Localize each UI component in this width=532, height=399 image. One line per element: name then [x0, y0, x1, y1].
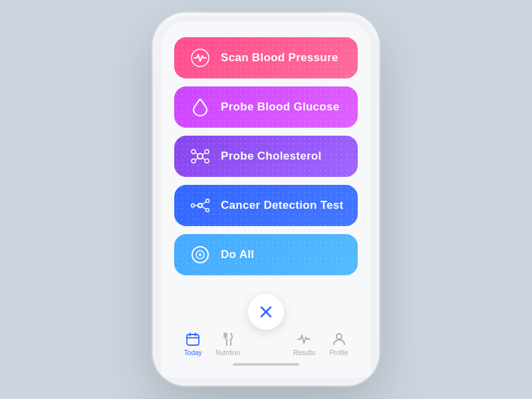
- nav-today-label: Today: [184, 349, 202, 356]
- svg-line-7: [202, 153, 205, 155]
- nav-profile[interactable]: Profile: [323, 331, 356, 356]
- nav-results[interactable]: Results: [287, 331, 321, 356]
- calendar-icon: [185, 331, 201, 347]
- phone-screen: Scan Blood Pressure Probe Blood Glucose: [161, 21, 371, 378]
- bottom-area: Today Nutrition: [169, 321, 363, 378]
- molecule-icon: [188, 144, 213, 169]
- target-icon: [188, 242, 213, 267]
- phone-frame: Scan Blood Pressure Probe Blood Glucose: [153, 13, 379, 386]
- scan-blood-pressure-button[interactable]: Scan Blood Pressure: [174, 37, 358, 78]
- nav-profile-label: Profile: [330, 349, 348, 356]
- probe-blood-glucose-button[interactable]: Probe Blood Glucose: [174, 86, 358, 128]
- svg-line-8: [196, 158, 198, 160]
- bottom-nav: Today Nutrition: [169, 326, 363, 359]
- svg-point-26: [336, 334, 342, 339]
- main-content: Scan Blood Pressure Probe Blood Glucose: [161, 21, 371, 321]
- svg-point-12: [206, 200, 209, 203]
- svg-point-1: [198, 154, 203, 159]
- home-indicator: [233, 363, 299, 366]
- svg-line-6: [196, 153, 198, 155]
- nav-today[interactable]: Today: [176, 331, 209, 356]
- phone-bottom: [161, 378, 371, 386]
- svg-point-3: [205, 150, 209, 154]
- svg-point-5: [205, 159, 209, 163]
- do-all-button[interactable]: Do All: [174, 234, 358, 275]
- do-all-label: Do All: [221, 248, 254, 261]
- svg-line-15: [202, 202, 206, 205]
- svg-point-10: [198, 203, 202, 207]
- scan-blood-pressure-label: Scan Blood Pressure: [221, 51, 338, 65]
- svg-rect-22: [187, 334, 199, 345]
- probe-cholesterol-label: Probe Cholesterol: [221, 150, 322, 163]
- nav-nutrition[interactable]: Nutrition: [211, 331, 245, 356]
- droplet-icon: [188, 94, 213, 120]
- network-icon: [188, 193, 213, 218]
- probe-cholesterol-button[interactable]: Probe Cholesterol: [174, 136, 358, 177]
- fork-knife-icon: [220, 331, 236, 347]
- svg-point-4: [192, 159, 196, 163]
- svg-point-2: [192, 150, 196, 154]
- nav-nutrition-label: Nutrition: [215, 349, 240, 356]
- svg-line-9: [202, 158, 205, 160]
- activity-icon: [296, 331, 312, 347]
- fab-close-button[interactable]: [248, 294, 284, 330]
- svg-line-16: [202, 207, 206, 209]
- svg-point-13: [206, 209, 209, 212]
- probe-blood-glucose-label: Probe Blood Glucose: [221, 100, 340, 114]
- svg-point-19: [199, 253, 201, 256]
- cancer-detection-label: Cancer Detection Test: [221, 199, 344, 212]
- person-icon: [331, 331, 347, 347]
- cancer-detection-button[interactable]: Cancer Detection Test: [174, 185, 358, 226]
- nav-results-label: Results: [293, 349, 315, 356]
- heartbeat-icon: [188, 45, 213, 70]
- svg-point-11: [192, 204, 195, 207]
